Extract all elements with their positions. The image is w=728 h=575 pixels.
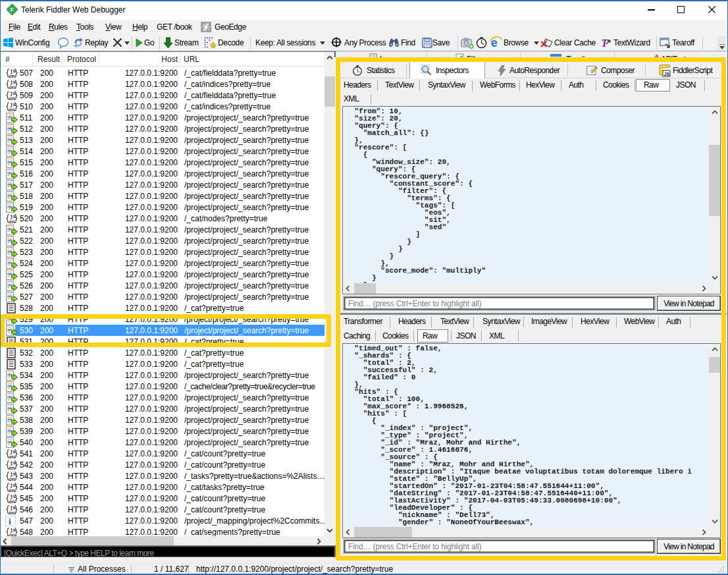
svg-text:on: on — [9, 466, 16, 471]
svg-text:F: F — [11, 7, 14, 13]
svg-text:on: on — [9, 477, 16, 482]
svg-text:on: on — [9, 499, 16, 505]
svg-text:on: on — [9, 107, 16, 113]
svg-text:on: on — [9, 488, 16, 493]
svg-text:i: i — [9, 516, 11, 526]
svg-text:on: on — [9, 219, 16, 225]
svg-text:on: on — [9, 85, 16, 90]
svg-text:on: on — [9, 96, 16, 101]
svg-text:on: on — [9, 74, 16, 79]
svg-text:on: on — [9, 510, 16, 516]
svg-text:on: on — [9, 454, 16, 460]
